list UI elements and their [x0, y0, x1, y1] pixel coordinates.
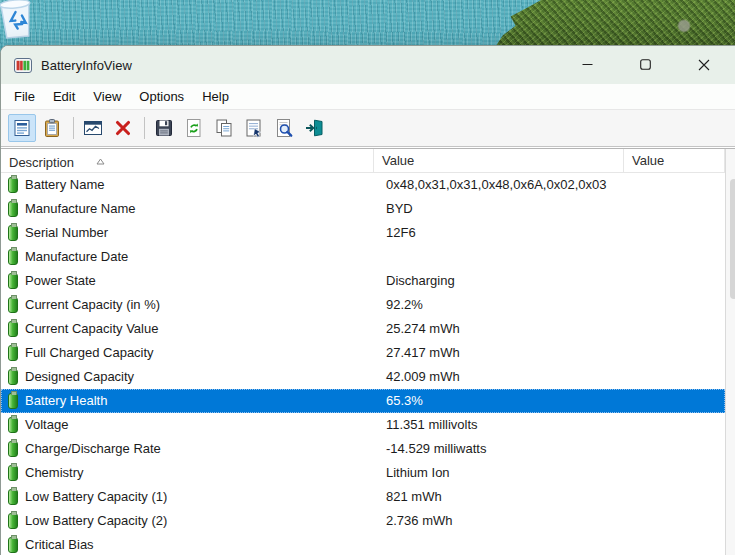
row-description: Charge/Discharge Rate — [25, 437, 161, 461]
table-row[interactable]: Low Battery Capacity (1) 821 mWh — [1, 485, 725, 509]
batteryinfoview-window: BatteryInfoView File Edit View Options H… — [0, 45, 735, 555]
report-view-icon[interactable] — [8, 114, 36, 142]
refresh-icon[interactable] — [180, 114, 208, 142]
row-value: 42.009 mWh — [386, 365, 460, 389]
table-row[interactable]: Battery Name 0x48,0x31,0x31,0x48,0x6A,0x… — [1, 173, 725, 197]
battery-icon — [8, 321, 18, 337]
row-description: Battery Health — [25, 389, 107, 413]
row-description: Manufacture Name — [25, 197, 136, 221]
table-row[interactable]: Full Charged Capacity 27.417 mWh — [1, 341, 725, 365]
recycle-bin-icon[interactable] — [0, 0, 39, 43]
row-description: Voltage — [25, 413, 68, 437]
row-value: 821 mWh — [386, 485, 442, 509]
battery-icon — [8, 225, 18, 241]
properties-icon[interactable] — [240, 114, 268, 142]
row-value: 2.736 mWh — [386, 509, 452, 533]
row-description: Serial Number — [25, 221, 108, 245]
table-row[interactable]: Charge/Discharge Rate -14.529 milliwatts — [1, 437, 725, 461]
window-title: BatteryInfoView — [41, 58, 132, 73]
close-button[interactable] — [681, 46, 727, 83]
row-description: Low Battery Capacity (1) — [25, 485, 167, 509]
table-row[interactable]: Critical Bias — [1, 533, 725, 555]
list-header: Description Value Value — [1, 149, 725, 173]
column-header-description[interactable]: Description — [1, 149, 374, 172]
list-view: Description Value Value Battery Name 0x4… — [1, 148, 735, 555]
row-description: Low Battery Capacity (2) — [25, 509, 167, 533]
row-value: 65.3% — [386, 389, 423, 413]
menu-help[interactable]: Help — [193, 85, 238, 108]
battery-icon — [8, 465, 18, 481]
row-description: Designed Capacity — [25, 365, 134, 389]
battery-icon — [8, 273, 18, 289]
column-header-value-1[interactable]: Value — [374, 149, 624, 172]
table-row[interactable]: Serial Number 12F6 — [1, 221, 725, 245]
menu-options[interactable]: Options — [130, 85, 193, 108]
menu-view[interactable]: View — [84, 85, 130, 108]
row-description: Current Capacity Value — [25, 317, 158, 341]
vertical-scrollbar[interactable] — [725, 149, 735, 555]
row-value: 27.417 mWh — [386, 341, 460, 365]
menu-edit[interactable]: Edit — [44, 85, 84, 108]
row-value: 11.351 millivolts — [386, 413, 478, 437]
maximize-button[interactable] — [622, 46, 668, 83]
table-row[interactable]: Manufacture Name BYD — [1, 197, 725, 221]
row-description: Chemistry — [25, 461, 84, 485]
row-description: Current Capacity (in %) — [25, 293, 160, 317]
row-value: 0x48,0x31,0x31,0x48,0x6A,0x02,0x03 — [386, 173, 606, 197]
list-rows: Battery Name 0x48,0x31,0x31,0x48,0x6A,0x… — [1, 173, 725, 555]
clipboard-copy-icon[interactable] — [38, 114, 66, 142]
table-row[interactable]: Manufacture Date — [1, 245, 725, 269]
table-row[interactable]: Power State Discharging — [1, 269, 725, 293]
choose-columns-icon[interactable] — [79, 114, 107, 142]
cliff-landscape — [480, 0, 735, 47]
battery-icon — [8, 177, 18, 193]
battery-icon — [8, 513, 18, 529]
battery-icon — [8, 345, 18, 361]
row-value: 12F6 — [386, 221, 416, 245]
menubar: File Edit View Options Help — [1, 84, 735, 110]
row-value: BYD — [386, 197, 413, 221]
row-description: Power State — [25, 269, 96, 293]
battery-icon — [8, 393, 18, 409]
table-row[interactable]: Current Capacity Value 25.274 mWh — [1, 317, 725, 341]
scrollbar-thumb[interactable] — [730, 179, 735, 299]
delete-icon[interactable] — [109, 114, 137, 142]
battery-icon — [8, 537, 18, 553]
battery-icon — [8, 249, 18, 265]
table-row[interactable]: Battery Health 65.3% — [1, 389, 725, 413]
table-row[interactable]: Voltage 11.351 millivolts — [1, 413, 725, 437]
row-value: 25.274 mWh — [386, 317, 460, 341]
row-description: Battery Name — [25, 173, 104, 197]
exit-icon[interactable] — [300, 114, 328, 142]
app-icon — [14, 58, 32, 73]
row-value: Lithium Ion — [386, 461, 450, 485]
row-value: Discharging — [386, 269, 455, 293]
table-row[interactable]: Chemistry Lithium Ion — [1, 461, 725, 485]
battery-icon — [8, 201, 18, 217]
toolbar-separator — [144, 117, 145, 139]
battery-icon — [8, 297, 18, 313]
copy-icon[interactable] — [210, 114, 238, 142]
save-icon[interactable] — [150, 114, 178, 142]
find-icon[interactable] — [270, 114, 298, 142]
battery-icon — [8, 489, 18, 505]
table-row[interactable]: Designed Capacity 42.009 mWh — [1, 365, 725, 389]
sort-ascending-icon — [96, 153, 105, 168]
row-description: Manufacture Date — [25, 245, 128, 269]
titlebar[interactable]: BatteryInfoView — [1, 46, 735, 84]
row-description: Full Charged Capacity — [25, 341, 154, 365]
row-description: Critical Bias — [25, 533, 94, 555]
toolbar — [1, 110, 735, 147]
column-header-value-2[interactable]: Value — [624, 149, 725, 172]
table-row[interactable]: Current Capacity (in %) 92.2% — [1, 293, 725, 317]
row-value: 92.2% — [386, 293, 423, 317]
row-value: -14.529 milliwatts — [386, 437, 486, 461]
toolbar-separator — [73, 117, 74, 139]
menu-file[interactable]: File — [5, 85, 44, 108]
table-row[interactable]: Low Battery Capacity (2) 2.736 mWh — [1, 509, 725, 533]
battery-icon — [8, 369, 18, 385]
minimize-button[interactable] — [564, 46, 610, 83]
battery-icon — [8, 417, 18, 433]
battery-icon — [8, 441, 18, 457]
